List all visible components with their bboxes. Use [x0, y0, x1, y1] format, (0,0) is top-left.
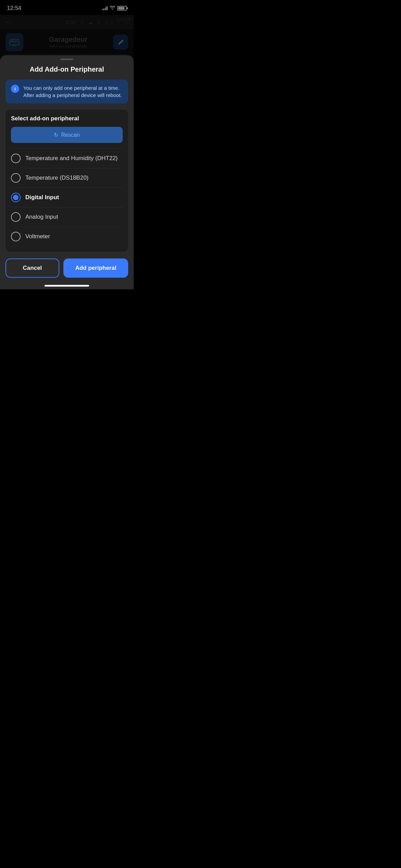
radio-label-dht22: Temperature and Humidity (DHT22) [25, 155, 118, 162]
radio-label-ds18b20: Temperature (DS18B20) [25, 174, 88, 181]
radio-option-voltmeter[interactable]: Voltmeter [11, 227, 123, 246]
radio-inner-digital [13, 195, 19, 200]
radio-circle-analog [11, 212, 21, 222]
select-panel-title: Select add-on peripheral [11, 115, 123, 122]
radio-circle-dht22 [11, 154, 21, 163]
bottom-sheet: Add Add-on Peripheral i You can only add… [0, 55, 134, 289]
radio-circle-voltmeter [11, 232, 21, 241]
radio-label-voltmeter: Voltmeter [25, 233, 50, 240]
info-text: You can only add one peripheral at a tim… [23, 84, 123, 99]
radio-option-ds18b20[interactable]: Temperature (DS18B20) [11, 168, 123, 188]
radio-option-dht22[interactable]: Temperature and Humidity (DHT22) [11, 148, 123, 168]
add-peripheral-button[interactable]: Add peripheral [63, 258, 128, 278]
cancel-button[interactable]: Cancel [5, 258, 59, 278]
radio-circle-ds18b20 [11, 173, 21, 183]
rescan-icon: ↻ [54, 132, 58, 138]
home-indicator [45, 285, 89, 287]
sheet-title: Add Add-on Peripheral [0, 65, 134, 73]
radio-option-analog[interactable]: Analog Input [11, 207, 123, 227]
select-panel: Select add-on peripheral ↻ Rescan Temper… [5, 110, 128, 252]
info-icon: i [11, 85, 19, 93]
sheet-handle [60, 59, 73, 60]
rescan-button[interactable]: ↻ Rescan [11, 127, 123, 143]
sheet-buttons: Cancel Add peripheral [0, 258, 134, 278]
rescan-label: Rescan [61, 132, 80, 138]
radio-circle-digital [11, 193, 21, 202]
radio-label-analog: Analog Input [25, 214, 58, 220]
radio-option-digital[interactable]: Digital Input [11, 188, 123, 207]
info-banner: i You can only add one peripheral at a t… [5, 80, 128, 104]
radio-label-digital: Digital Input [25, 194, 59, 201]
